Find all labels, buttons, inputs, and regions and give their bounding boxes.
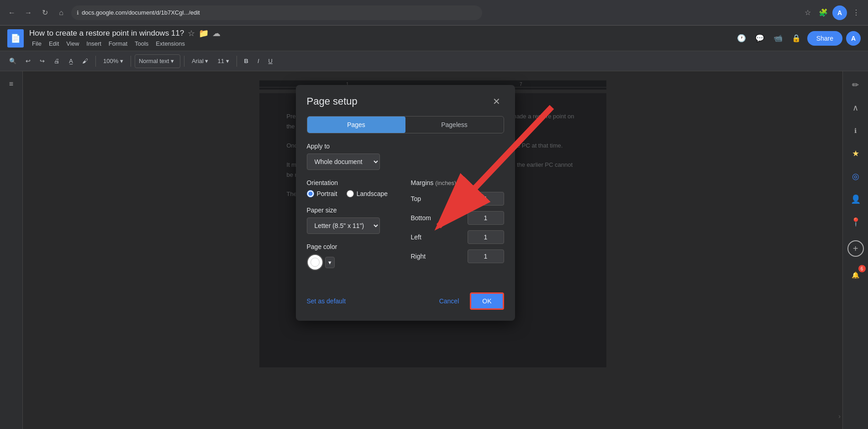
compass-icon[interactable]: ◎ [847,168,864,185]
doc-title: How to create a restore point in windows… [29,29,184,38]
paper-size-row: Paper size Letter (8.5" x 11") [307,207,400,234]
add-button[interactable]: + [847,240,864,257]
bottom-input[interactable] [468,211,504,225]
margins-label: Margins [411,179,434,186]
cancel-button[interactable]: Cancel [432,292,467,310]
two-col-layout: Orientation Portrait Landscape [307,179,504,280]
star-sidebar-icon[interactable]: ★ [847,145,864,162]
portrait-radio[interactable] [307,190,314,197]
font-selector[interactable]: Arial ▾ [188,54,212,68]
share-button[interactable]: Share [807,31,842,46]
bold-button[interactable]: B [241,54,252,68]
history-button[interactable]: 🕐 [734,31,749,46]
lock-button[interactable]: 🔒 [789,31,804,46]
right-input[interactable] [468,249,504,263]
chrome-menu-button[interactable]: ⋮ [850,6,863,19]
search-button[interactable]: 🔍 [5,54,20,68]
divider-3 [184,56,184,67]
underline-button[interactable]: U [265,54,276,68]
tab-pageless[interactable]: Pageless [405,117,504,133]
color-swatch-button[interactable] [307,254,323,270]
sidebar-info-icon[interactable]: ℹ [847,122,864,139]
top-label: Top [411,195,438,202]
landscape-option[interactable]: Landscape [347,190,388,197]
ok-button[interactable]: OK [470,292,504,310]
chevron-up-icon[interactable]: ∧ [847,100,864,116]
paper-size-select[interactable]: Letter (8.5" x 11") [307,217,380,234]
bottom-label: Bottom [411,214,438,222]
font-size-selector[interactable]: 11 ▾ [214,54,233,68]
top-margin-row: Top [411,192,504,206]
orientation-label: Orientation [307,179,400,186]
orientation-row: Orientation Portrait Landscape [307,179,400,197]
dialog-tabs: Pages Pageless [307,116,504,133]
left-label: Left [411,233,438,241]
notification-icon[interactable]: 🔔 6 [847,267,864,283]
video-call-button[interactable]: 📹 [771,31,785,46]
url-text: docs.google.com/document/d/1b7XCgl.../ed… [82,9,200,16]
undo-button[interactable]: ↩ [22,54,34,68]
profile-avatar[interactable]: A [832,5,847,20]
zoom-selector[interactable]: 100% ▾ [100,54,127,68]
apply-to-select[interactable]: Whole document [307,154,380,170]
paint-format-button[interactable]: 🖌 [79,54,92,68]
dialog-close-button[interactable]: ✕ [489,94,504,109]
person-icon[interactable]: 👤 [847,191,864,207]
browser-actions: ☆ 🧩 A ⋮ [801,5,863,20]
tab-pages[interactable]: Pages [307,117,405,133]
page-setup-dialog: Page setup ✕ Pages Pageless Apply to Who… [296,85,515,321]
menu-extensions[interactable]: Extensions [153,39,188,48]
print-button[interactable]: 🖨 [50,54,63,68]
star-icon[interactable]: ☆ [188,28,195,38]
menu-file[interactable]: File [29,39,44,48]
dialog-body: Apply to Whole document Orientation [296,143,515,280]
left-col: Orientation Portrait Landscape [307,179,400,280]
left-input[interactable] [468,230,504,244]
toolbar-icons: 🕐 💬 📹 🔒 Share A [734,31,861,46]
cloud-icon[interactable]: ☁ [212,28,221,38]
doc-menu: File Edit View Insert Format Tools Exten… [29,39,221,48]
outline-icon[interactable]: ≡ [4,77,19,91]
redo-button[interactable]: ↪ [36,54,48,68]
divider-1 [95,56,96,67]
page-color-row: Page color ▾ [307,243,400,270]
home-button[interactable]: ⌂ [55,6,68,19]
modal-overlay: Page setup ✕ Pages Pageless Apply to Who… [23,71,842,429]
landscape-radio[interactable] [347,190,354,197]
color-dropdown-button[interactable]: ▾ [325,257,335,268]
browser-chrome: ← → ↻ ⌂ ℹ docs.google.com/document/d/1b7… [0,0,868,26]
margins-title: Margins (inches) [411,179,504,186]
top-input[interactable] [468,192,504,206]
menu-tools[interactable]: Tools [132,39,151,48]
set-default-button[interactable]: Set as default [307,294,346,308]
left-sidebar: ≡ [0,71,23,429]
portrait-option[interactable]: Portrait [307,190,337,197]
forward-button[interactable]: → [22,6,35,19]
reload-button[interactable]: ↻ [38,6,51,19]
folder-icon[interactable]: 📁 [199,28,209,38]
menu-insert[interactable]: Insert [84,39,104,48]
location-icon[interactable]: 📍 [847,214,864,230]
italic-button[interactable]: I [254,54,263,68]
address-bar[interactable]: ℹ docs.google.com/document/d/1b7XCgl.../… [71,5,482,20]
landscape-label: Landscape [357,190,388,197]
orientation-options: Portrait Landscape [307,190,400,197]
style-selector[interactable]: Normal text ▾ [135,54,180,68]
edit-icon[interactable]: ✏ [847,77,864,93]
menu-view[interactable]: View [63,39,82,48]
comments-button[interactable]: 💬 [752,31,767,46]
dialog-footer: Set as default Cancel OK [296,283,515,321]
page-color-label: Page color [307,243,400,250]
portrait-label: Portrait [317,190,337,197]
spellcheck-button[interactable]: A̲ [65,54,77,68]
menu-edit[interactable]: Edit [46,39,62,48]
bookmark-star-button[interactable]: ☆ [801,6,814,19]
left-margin-row: Left [411,230,504,244]
doc-canvas: 1 7 Presently, if you have an earlier re… [23,71,842,429]
doc-title-area: How to create a restore point in windows… [29,28,221,48]
user-avatar[interactable]: A [846,31,861,46]
menu-format[interactable]: Format [106,39,130,48]
extensions-button[interactable]: 🧩 [817,6,830,19]
back-button[interactable]: ← [5,6,18,19]
divider-4 [237,56,237,67]
